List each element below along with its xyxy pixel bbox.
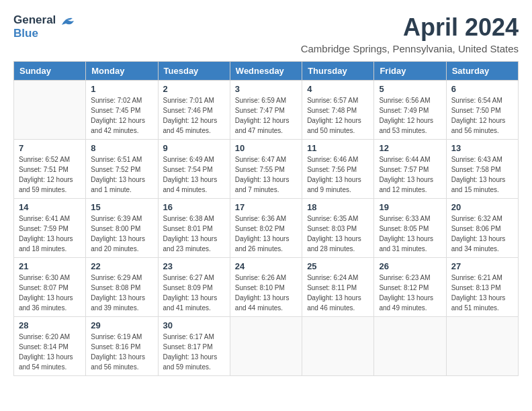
day-number: 17 [235,202,297,212]
day-info: Sunrise: 6:23 AMSunset: 8:12 PMDaylight:… [379,273,441,313]
logo-text: General [13,13,77,27]
day-header-thursday: Thursday [302,62,374,81]
day-info: Sunrise: 6:35 AMSunset: 8:03 PMDaylight:… [307,214,369,254]
title-section: April 2024 Cambridge Springs, Pennsylvan… [301,13,519,54]
calendar-cell: 9Sunrise: 6:49 AMSunset: 7:54 PMDaylight… [158,140,230,199]
day-number: 4 [307,84,369,94]
calendar-cell: 4Sunrise: 6:57 AMSunset: 7:48 PMDaylight… [302,81,374,140]
logo: General Blue [13,13,77,40]
day-number: 18 [307,202,369,212]
calendar-cell [374,317,446,376]
calendar-cell: 17Sunrise: 6:36 AMSunset: 8:02 PMDayligh… [230,199,302,258]
week-row-2: 7Sunrise: 6:52 AMSunset: 7:51 PMDaylight… [14,140,519,199]
week-row-3: 14Sunrise: 6:41 AMSunset: 7:59 PMDayligh… [14,199,519,258]
calendar-cell: 14Sunrise: 6:41 AMSunset: 7:59 PMDayligh… [14,199,86,258]
day-number: 22 [91,261,152,271]
day-number: 12 [379,143,441,153]
calendar-header-row: SundayMondayTuesdayWednesdayThursdayFrid… [14,62,519,81]
calendar-table: SundayMondayTuesdayWednesdayThursdayFrid… [13,61,519,376]
day-number: 6 [451,84,513,94]
day-number: 21 [19,261,81,271]
day-number: 13 [451,143,513,153]
calendar-cell: 22Sunrise: 6:29 AMSunset: 8:08 PMDayligh… [86,258,158,317]
day-info: Sunrise: 6:56 AMSunset: 7:49 PMDaylight:… [379,95,441,136]
day-number: 20 [451,202,513,212]
day-info: Sunrise: 6:46 AMSunset: 7:56 PMDaylight:… [307,154,369,195]
page-container: General Blue April 2024 Cambridge Spring… [13,13,519,376]
calendar-cell: 11Sunrise: 6:46 AMSunset: 7:56 PMDayligh… [302,140,374,199]
day-info: Sunrise: 6:21 AMSunset: 8:13 PMDaylight:… [451,273,513,313]
day-number: 5 [379,84,441,94]
day-header-friday: Friday [374,62,446,81]
day-info: Sunrise: 6:19 AMSunset: 8:16 PMDaylight:… [91,332,152,372]
calendar-cell: 24Sunrise: 6:26 AMSunset: 8:10 PMDayligh… [230,258,302,317]
week-row-4: 21Sunrise: 6:30 AMSunset: 8:07 PMDayligh… [14,258,519,317]
day-number: 24 [235,261,297,271]
calendar-cell: 21Sunrise: 6:30 AMSunset: 8:07 PMDayligh… [14,258,86,317]
calendar-cell: 6Sunrise: 6:54 AMSunset: 7:50 PMDaylight… [446,81,518,140]
calendar-cell: 2Sunrise: 7:01 AMSunset: 7:46 PMDaylight… [158,81,230,140]
day-info: Sunrise: 6:51 AMSunset: 7:52 PMDaylight:… [91,154,152,195]
day-info: Sunrise: 7:01 AMSunset: 7:46 PMDaylight:… [163,95,225,136]
week-row-1: 1Sunrise: 7:02 AMSunset: 7:45 PMDaylight… [14,81,519,140]
day-header-wednesday: Wednesday [230,62,302,81]
calendar-cell: 25Sunrise: 6:24 AMSunset: 8:11 PMDayligh… [302,258,374,317]
day-header-saturday: Saturday [446,62,518,81]
day-info: Sunrise: 6:57 AMSunset: 7:48 PMDaylight:… [307,95,369,136]
day-info: Sunrise: 6:30 AMSunset: 8:07 PMDaylight:… [19,273,81,313]
day-info: Sunrise: 6:41 AMSunset: 7:59 PMDaylight:… [19,214,81,254]
calendar-cell: 1Sunrise: 7:02 AMSunset: 7:45 PMDaylight… [86,81,158,140]
calendar-cell: 8Sunrise: 6:51 AMSunset: 7:52 PMDaylight… [86,140,158,199]
day-number: 14 [19,202,81,212]
calendar-cell: 30Sunrise: 6:17 AMSunset: 8:17 PMDayligh… [158,317,230,376]
day-number: 3 [235,84,297,94]
day-info: Sunrise: 6:49 AMSunset: 7:54 PMDaylight:… [163,154,225,195]
calendar-cell: 12Sunrise: 6:44 AMSunset: 7:57 PMDayligh… [374,140,446,199]
day-info: Sunrise: 6:54 AMSunset: 7:50 PMDaylight:… [451,95,513,136]
logo-blue: Blue [13,27,38,40]
day-info: Sunrise: 6:27 AMSunset: 8:09 PMDaylight:… [163,273,225,313]
day-number: 29 [91,320,152,330]
day-info: Sunrise: 6:47 AMSunset: 7:55 PMDaylight:… [235,154,297,195]
day-number: 1 [91,84,152,94]
day-info: Sunrise: 6:44 AMSunset: 7:57 PMDaylight:… [379,154,441,195]
calendar-cell: 13Sunrise: 6:43 AMSunset: 7:58 PMDayligh… [446,140,518,199]
day-number: 30 [163,320,225,330]
day-number: 8 [91,143,152,153]
calendar-cell: 5Sunrise: 6:56 AMSunset: 7:49 PMDaylight… [374,81,446,140]
header: General Blue April 2024 Cambridge Spring… [13,13,519,54]
calendar-cell [446,317,518,376]
calendar-cell: 16Sunrise: 6:38 AMSunset: 8:01 PMDayligh… [158,199,230,258]
calendar-cell: 19Sunrise: 6:33 AMSunset: 8:05 PMDayligh… [374,199,446,258]
day-info: Sunrise: 6:59 AMSunset: 7:47 PMDaylight:… [235,95,297,136]
day-number: 10 [235,143,297,153]
day-number: 27 [451,261,513,271]
day-info: Sunrise: 6:26 AMSunset: 8:10 PMDaylight:… [235,273,297,313]
day-header-monday: Monday [86,62,158,81]
day-info: Sunrise: 6:38 AMSunset: 8:01 PMDaylight:… [163,214,225,254]
day-info: Sunrise: 6:36 AMSunset: 8:02 PMDaylight:… [235,214,297,254]
calendar-cell: 28Sunrise: 6:20 AMSunset: 8:14 PMDayligh… [14,317,86,376]
day-number: 26 [379,261,441,271]
calendar-cell: 7Sunrise: 6:52 AMSunset: 7:51 PMDaylight… [14,140,86,199]
day-number: 19 [379,202,441,212]
day-number: 7 [19,143,81,153]
day-info: Sunrise: 6:24 AMSunset: 8:11 PMDaylight:… [307,273,369,313]
logo-bird-icon [60,15,75,26]
day-info: Sunrise: 6:20 AMSunset: 8:14 PMDaylight:… [19,332,81,372]
day-info: Sunrise: 6:17 AMSunset: 8:17 PMDaylight:… [163,332,225,372]
calendar-cell [302,317,374,376]
day-info: Sunrise: 7:02 AMSunset: 7:45 PMDaylight:… [91,95,152,136]
day-number: 16 [163,202,225,212]
logo-general: General [13,13,56,26]
day-number: 25 [307,261,369,271]
calendar-subtitle: Cambridge Springs, Pennsylvania, United … [301,43,519,54]
calendar-cell: 20Sunrise: 6:32 AMSunset: 8:06 PMDayligh… [446,199,518,258]
calendar-cell: 29Sunrise: 6:19 AMSunset: 8:16 PMDayligh… [86,317,158,376]
calendar-cell [14,81,86,140]
day-number: 23 [163,261,225,271]
day-number: 2 [163,84,225,94]
calendar-cell [230,317,302,376]
day-number: 28 [19,320,81,330]
day-header-tuesday: Tuesday [158,62,230,81]
